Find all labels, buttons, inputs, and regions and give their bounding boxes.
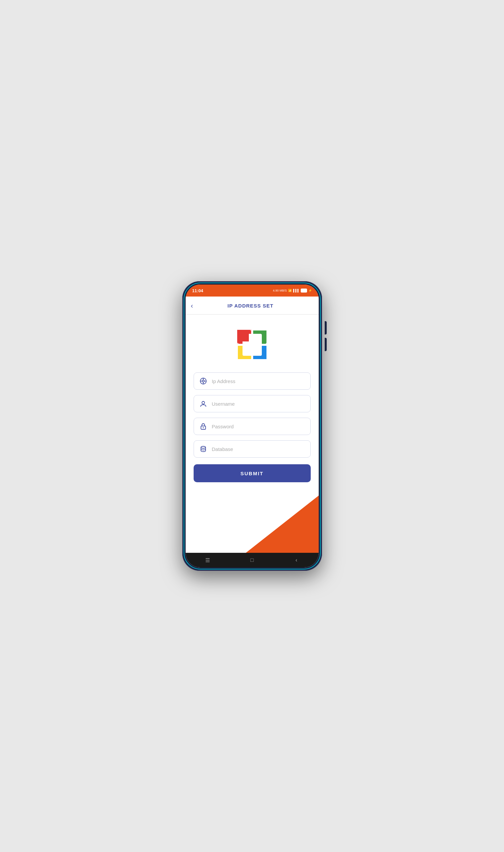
password-group — [194, 418, 311, 435]
battery-indicator: 95 — [301, 288, 307, 292]
username-group — [194, 395, 311, 412]
svg-point-1 — [202, 380, 204, 382]
speed-indicator: 4.90 MB/S — [273, 289, 287, 292]
nav-menu-button[interactable]: ☰ — [201, 553, 214, 567]
back-button[interactable]: ‹ — [191, 301, 196, 310]
phone-screen: 11:04 4.90 MB/S 📶 ▌▌▌ 95 ⚡ ‹ IP ADDRESS … — [186, 285, 319, 567]
nav-bar: ☰ □ ‹ — [186, 553, 319, 567]
app-header: ‹ IP ADDRESS SET — [186, 297, 319, 315]
nav-home-button[interactable]: □ — [245, 553, 258, 567]
phone-frame: 11:04 4.90 MB/S 📶 ▌▌▌ 95 ⚡ ‹ IP ADDRESS … — [182, 281, 322, 571]
password-input[interactable] — [212, 424, 306, 429]
ip-icon — [199, 376, 208, 386]
main-content: SUBMIT — [186, 315, 319, 553]
form-area: SUBMIT — [186, 372, 319, 482]
logo-area — [186, 315, 319, 372]
back-nav-icon: ‹ — [295, 557, 297, 563]
nav-back-button[interactable]: ‹ — [290, 553, 303, 567]
bottom-decoration — [226, 496, 319, 553]
bottom-decoration-container — [186, 496, 319, 553]
wifi-icon: 📶 — [288, 289, 292, 292]
volume-up-button — [325, 321, 327, 335]
database-group — [194, 440, 311, 458]
svg-point-8 — [203, 427, 203, 428]
username-input[interactable] — [212, 401, 306, 407]
database-icon — [199, 444, 208, 454]
status-bar: 11:04 4.90 MB/S 📶 ▌▌▌ 95 ⚡ — [186, 285, 319, 297]
status-icons: 4.90 MB/S 📶 ▌▌▌ 95 ⚡ — [273, 288, 312, 292]
page-title: IP ADDRESS SET — [196, 303, 313, 308]
menu-icon: ☰ — [205, 557, 210, 564]
app-logo — [234, 326, 270, 363]
ip-address-input[interactable] — [212, 378, 306, 384]
status-time: 11:04 — [192, 288, 203, 293]
ip-address-group — [194, 372, 311, 390]
svg-point-9 — [201, 446, 205, 448]
signal-icon: ▌▌▌ — [293, 289, 300, 292]
submit-button[interactable]: SUBMIT — [194, 464, 311, 482]
home-icon: □ — [251, 557, 254, 563]
database-input[interactable] — [212, 446, 306, 452]
volume-down-button — [325, 338, 327, 351]
svg-point-6 — [202, 402, 204, 404]
user-icon — [199, 399, 208, 408]
battery-bolt: ⚡ — [308, 289, 312, 292]
lock-icon — [199, 422, 208, 431]
